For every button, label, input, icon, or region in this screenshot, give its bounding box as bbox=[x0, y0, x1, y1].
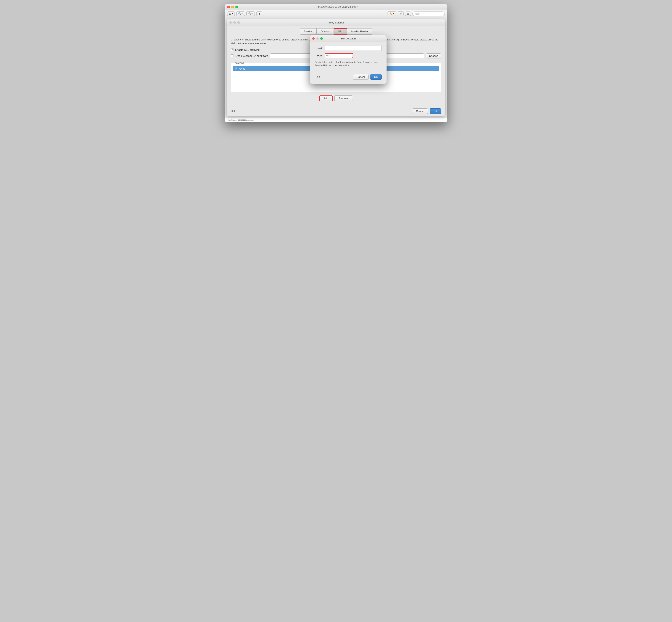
enable-ssl-checkbox[interactable] bbox=[231, 48, 234, 51]
proxy-ok-button[interactable]: OK bbox=[430, 108, 441, 114]
enable-ssl-label: Enable SSL proxying bbox=[235, 48, 259, 51]
proxy-help-label[interactable]: Help bbox=[231, 110, 236, 113]
zoom-in-button[interactable]: 🔍+ bbox=[246, 11, 255, 16]
toolbar: ⊞▾ 🔍− 🔍+ ⬆ ✏️▾ ↻ ⊠ bbox=[225, 10, 447, 18]
search-input[interactable] bbox=[413, 11, 445, 16]
custom-ca-checkbox[interactable] bbox=[231, 55, 234, 57]
annotate-button[interactable]: ✏️▾ bbox=[388, 11, 396, 16]
crop-button[interactable]: ⊠ bbox=[405, 11, 411, 16]
zoom-out-button[interactable]: 🔍− bbox=[236, 11, 245, 16]
outer-titlebar: 📄 屏幕快照 2016-08-30 15.10.24.png ▾ bbox=[225, 4, 447, 10]
tab-firefox[interactable]: Mozilla Firefox bbox=[347, 28, 373, 35]
edit-location-modal: Edit Location Host: Port: Empty fields m… bbox=[310, 35, 387, 84]
inner-min-btn[interactable] bbox=[233, 21, 236, 24]
modal-cancel-button[interactable]: Cancel bbox=[353, 74, 368, 80]
host-row: Host: bbox=[315, 46, 382, 51]
modal-traffic-lights bbox=[312, 37, 323, 40]
remove-button[interactable]: Remove bbox=[334, 96, 353, 101]
inner-close-btn[interactable] bbox=[229, 21, 232, 24]
proxy-settings-titlebar: Proxy Settings bbox=[227, 20, 445, 26]
modal-title: Edit Location bbox=[341, 37, 356, 40]
inner-traffic-lights bbox=[229, 21, 240, 24]
proxy-settings-title: Proxy Settings bbox=[327, 21, 345, 24]
modal-footer: Help Cancel OK bbox=[310, 74, 387, 84]
location-buttons: Add Remove bbox=[231, 94, 441, 103]
tab-proxies[interactable]: Proxies bbox=[299, 28, 317, 35]
sidebar-toggle-button[interactable]: ⊞▾ bbox=[227, 11, 235, 16]
url-text: http://www.iiii.iiiiiiiiiii.com.cn bbox=[227, 119, 253, 121]
maximize-button[interactable] bbox=[235, 6, 238, 8]
hint-text: Empty fields match all values. Wildcards… bbox=[315, 61, 382, 67]
modal-min-btn[interactable] bbox=[316, 37, 319, 40]
url-bar: http://www.iiii.iiiiiiiiiii.com.cn bbox=[225, 118, 447, 122]
share-button[interactable]: ⬆ bbox=[256, 11, 262, 16]
custom-ca-label: Use a custom CA certificate bbox=[236, 55, 268, 58]
tab-ssl[interactable]: SSL bbox=[333, 28, 348, 35]
location-checkbox[interactable] bbox=[235, 67, 238, 70]
port-label: Port: bbox=[315, 54, 323, 57]
host-label: Host: bbox=[315, 47, 323, 50]
tab-options[interactable]: Options bbox=[316, 28, 334, 35]
choose-button[interactable]: Choose bbox=[426, 54, 441, 59]
port-row: Port: bbox=[315, 53, 382, 58]
proxy-cancel-button[interactable]: Cancel bbox=[412, 108, 428, 114]
add-button[interactable]: Add bbox=[319, 96, 333, 101]
modal-titlebar: Edit Location bbox=[310, 35, 387, 42]
modal-close-btn[interactable] bbox=[312, 37, 315, 40]
rotate-button[interactable]: ↻ bbox=[398, 11, 403, 16]
minimize-button[interactable] bbox=[231, 6, 234, 8]
inner-max-btn[interactable] bbox=[237, 21, 240, 24]
outer-traffic-lights bbox=[227, 6, 238, 8]
host-input[interactable] bbox=[325, 46, 382, 51]
port-input[interactable] bbox=[325, 53, 353, 58]
modal-help-label[interactable]: Help bbox=[315, 75, 320, 78]
locations-legend: Locations bbox=[233, 62, 245, 65]
modal-body: Host: Port: Empty fields match all value… bbox=[310, 42, 387, 74]
close-button[interactable] bbox=[227, 6, 230, 8]
modal-max-btn[interactable] bbox=[320, 37, 323, 40]
location-label: *:443 bbox=[239, 67, 245, 70]
proxy-settings-footer: Help Cancel OK bbox=[227, 106, 445, 116]
outer-title: 📄 屏幕快照 2016-08-30 15.10.24.png ▾ bbox=[314, 5, 358, 9]
tab-bar: Proxies Options SSL Mozilla Firefox bbox=[227, 26, 445, 35]
modal-ok-button[interactable]: OK bbox=[370, 74, 382, 80]
